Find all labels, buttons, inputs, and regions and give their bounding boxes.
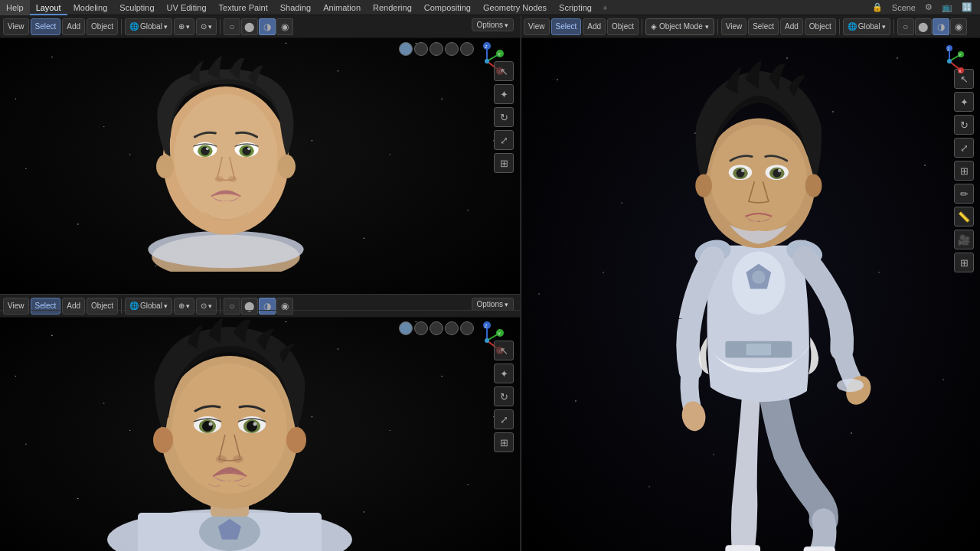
layer-5-top[interactable] bbox=[460, 42, 474, 56]
scale-tool-right[interactable]: ⤢ bbox=[954, 138, 974, 158]
divider-horizontal[interactable] bbox=[0, 310, 521, 311]
select-btn-right2[interactable]: Select bbox=[748, 18, 779, 35]
global-btn-right[interactable]: Global bbox=[843, 18, 890, 35]
object-label-right2: Object bbox=[809, 22, 831, 31]
menu-layout[interactable]: Layout bbox=[30, 0, 67, 15]
annotate-tool-right[interactable]: ✏ bbox=[954, 184, 974, 204]
screen-icon[interactable]: 📺 bbox=[939, 2, 956, 12]
view-btn-right[interactable]: View bbox=[721, 18, 747, 35]
scene-label[interactable]: Scene bbox=[889, 3, 919, 12]
add-menu-right[interactable]: Add bbox=[583, 18, 606, 35]
cursor-tool-top[interactable]: ↖ bbox=[494, 61, 514, 81]
menu-compositing[interactable]: Compositing bbox=[418, 0, 477, 15]
add-label-bottom: Add bbox=[67, 302, 80, 310]
camera-icon-right: 🎥 bbox=[958, 234, 970, 246]
mat-right[interactable] bbox=[933, 18, 949, 35]
solid-right[interactable]: ⬤ bbox=[915, 18, 932, 35]
scale-tool-top[interactable]: ⤢ bbox=[494, 130, 514, 150]
rotate-tool-bottom[interactable]: ↻ bbox=[494, 386, 514, 406]
add-workspace-button[interactable]: + bbox=[598, 0, 612, 15]
viewport-bottom[interactable]: View Select Add Object Global ⊕ ⊙ bbox=[0, 295, 521, 551]
xyz-gizmo-right-vp[interactable]: Z Y X bbox=[933, 44, 966, 78]
cursor-tool-bottom[interactable]: ↖ bbox=[494, 341, 514, 360]
camera-tool-right[interactable]: 🎥 bbox=[954, 230, 974, 249]
menu-texture-paint[interactable]: Texture Paint bbox=[213, 0, 274, 15]
add-btn-right2[interactable]: Add bbox=[780, 18, 803, 35]
menu-help[interactable]: Help bbox=[0, 0, 30, 15]
rotate-tool-top[interactable]: ↻ bbox=[494, 107, 514, 127]
settings-icon[interactable]: ⚙ bbox=[922, 2, 936, 12]
shade-wire-bottom[interactable] bbox=[224, 298, 240, 315]
transform-tool-right[interactable]: ⊞ bbox=[954, 161, 974, 181]
prop-btn-bottom[interactable]: ⊙ bbox=[196, 298, 217, 315]
transform-orientation-top[interactable]: Global bbox=[125, 18, 172, 35]
view-menu-right[interactable]: View bbox=[524, 18, 550, 35]
mode-dropdown-icon bbox=[705, 22, 709, 31]
view-btn-label: View bbox=[726, 22, 743, 31]
shade-render-top[interactable] bbox=[276, 18, 293, 35]
lock-icon[interactable]: 🔒 bbox=[869, 2, 886, 12]
wire-right[interactable] bbox=[897, 18, 914, 35]
viewport-bottom-toolbar: View Select Add Object Global ⊕ ⊙ bbox=[0, 295, 520, 318]
rotate-tool-right[interactable]: ↻ bbox=[954, 115, 974, 135]
menu-uv-editing[interactable]: UV Editing bbox=[161, 0, 213, 15]
menu-rendering[interactable]: Rendering bbox=[367, 0, 418, 15]
proportional-btn-top[interactable]: ⊙ bbox=[196, 18, 217, 35]
layer-1-bottom[interactable] bbox=[399, 321, 413, 335]
object-mode-dropdown[interactable]: ◈ Object Mode bbox=[645, 18, 714, 35]
layer-4-top[interactable] bbox=[445, 42, 459, 56]
select-menu-right[interactable]: Select bbox=[551, 18, 582, 35]
transform-tool-top[interactable]: ⊞ bbox=[494, 153, 514, 173]
render-right[interactable] bbox=[950, 18, 967, 35]
menu-modeling[interactable]: Modeling bbox=[67, 0, 114, 15]
divider-vertical[interactable] bbox=[521, 15, 521, 551]
object-menu-bottom[interactable]: Object bbox=[87, 298, 118, 315]
number-icon[interactable]: 🔢 bbox=[959, 2, 975, 12]
menu-scripting[interactable]: Scripting bbox=[553, 0, 598, 15]
layer-3-bottom[interactable] bbox=[430, 321, 443, 335]
shade-wire-top[interactable] bbox=[224, 18, 240, 35]
svg-point-66 bbox=[837, 379, 864, 392]
layer-2-top[interactable] bbox=[414, 42, 428, 56]
object-btn-right2[interactable]: Object bbox=[805, 18, 836, 35]
move-tool-right[interactable]: ✦ bbox=[954, 92, 974, 112]
move-tool-top[interactable]: ✦ bbox=[494, 84, 514, 104]
transform-tool-bottom[interactable]: ⊞ bbox=[494, 432, 514, 452]
snap-btn-top[interactable]: ⊕ bbox=[174, 18, 194, 35]
view-menu-bottom[interactable]: View bbox=[3, 298, 29, 315]
right-tools-top: ↖ ✦ ↻ ⤢ ⊞ bbox=[494, 61, 514, 173]
transform-orientation-bottom[interactable]: Global bbox=[125, 298, 172, 315]
options-btn-top[interactable]: Options bbox=[472, 18, 514, 31]
add-menu-top[interactable]: Add bbox=[62, 18, 85, 35]
menu-animation[interactable]: Animation bbox=[317, 0, 367, 15]
object-menu-top[interactable]: Object bbox=[87, 18, 118, 35]
menu-shading[interactable]: Shading bbox=[274, 0, 317, 15]
layer-2-bottom[interactable] bbox=[414, 321, 428, 335]
options-btn-bottom[interactable]: Options bbox=[472, 298, 514, 311]
move-tool-bottom[interactable]: ✦ bbox=[494, 364, 514, 383]
shade-render-bottom[interactable] bbox=[276, 298, 293, 315]
viewport-right[interactable]: View Select Add Object ◈ Object Mode Vie… bbox=[521, 15, 980, 551]
menu-geometry-nodes[interactable]: Geometry Nodes bbox=[477, 0, 553, 15]
select-menu-top[interactable]: Select bbox=[31, 18, 61, 35]
measure-tool-right[interactable]: 📏 bbox=[954, 207, 974, 227]
select-menu-bottom[interactable]: Select bbox=[31, 298, 61, 315]
add-menu-bottom[interactable]: Add bbox=[62, 298, 85, 315]
shade-solid-top[interactable]: ⬤ bbox=[241, 18, 258, 35]
svg-point-11 bbox=[148, 231, 303, 268]
layer-5-bottom[interactable] bbox=[460, 321, 474, 335]
menu-sculpting[interactable]: Sculpting bbox=[113, 0, 160, 15]
grid-tool-right[interactable]: ⊞ bbox=[954, 253, 974, 272]
scale-tool-bottom[interactable]: ⤢ bbox=[494, 409, 514, 429]
viewport-top[interactable]: View Select Add Object Global ⊕ ⊙ bbox=[0, 15, 521, 295]
svg-point-70 bbox=[695, 174, 712, 197]
shade-mat-bottom[interactable] bbox=[259, 298, 276, 315]
shade-solid-bottom[interactable]: ⬤ bbox=[241, 298, 258, 315]
layer-1-top[interactable] bbox=[399, 42, 413, 56]
view-menu-top[interactable]: View bbox=[3, 18, 29, 35]
object-menu-right[interactable]: Object bbox=[607, 18, 639, 35]
snap-btn-bottom[interactable]: ⊕ bbox=[174, 298, 194, 315]
layer-4-bottom[interactable] bbox=[445, 321, 459, 335]
layer-3-top[interactable] bbox=[430, 42, 443, 56]
shade-material-top[interactable] bbox=[259, 18, 276, 35]
